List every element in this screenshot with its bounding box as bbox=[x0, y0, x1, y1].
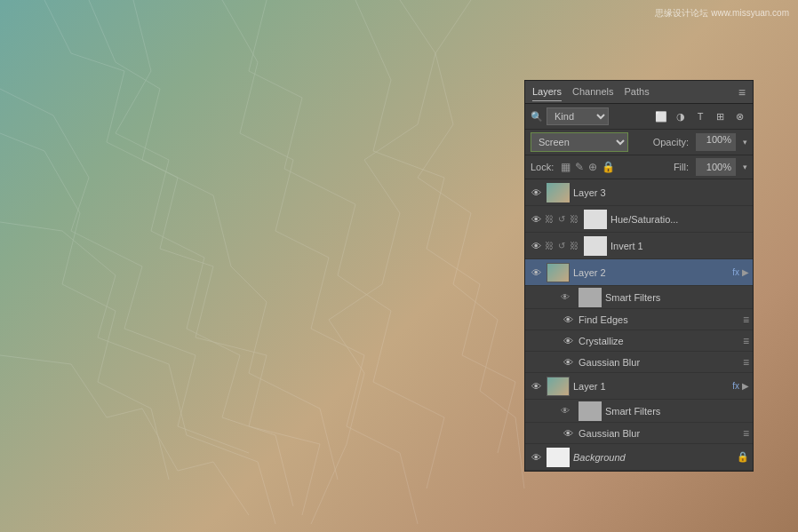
layer-thumbnail bbox=[547, 377, 570, 396]
layer-right-icons: fx ▶ bbox=[732, 381, 749, 391]
lock-icons: ▦ ✎ ⊕ 🔒 bbox=[561, 161, 615, 173]
blend-mode-select[interactable]: Screen bbox=[531, 132, 628, 152]
panel-menu-icon[interactable]: ≡ bbox=[738, 85, 746, 99]
layer-name: Smart Filters bbox=[605, 406, 749, 417]
filter-options-icon[interactable]: ≡ bbox=[743, 335, 749, 347]
lock-row: Lock: ▦ ✎ ⊕ 🔒 Fill: 100% ▾ bbox=[525, 155, 753, 179]
type-filter-icon[interactable]: T bbox=[692, 108, 708, 124]
shape-filter-icon[interactable]: ⊞ bbox=[712, 108, 728, 124]
layer-row[interactable]: 👁 Find Edges ≡ bbox=[525, 309, 753, 330]
chain-icon: ⛓ bbox=[568, 241, 580, 250]
layer-row[interactable]: 👁 👁 Smart Filters bbox=[525, 400, 753, 423]
panel-tabs: Layers Channels Paths ≡ bbox=[525, 81, 753, 104]
scroll-icon: ▶ bbox=[742, 381, 749, 391]
opacity-value[interactable]: 100% bbox=[696, 133, 736, 151]
layer-row[interactable]: 👁 Layer 1 fx ▶ bbox=[525, 373, 753, 400]
layer-thumbnail bbox=[579, 288, 602, 307]
chain-icon: ⛓ bbox=[543, 214, 555, 224]
layer-name: Gaussian Blur bbox=[575, 428, 743, 439]
tab-layers[interactable]: Layers bbox=[532, 83, 562, 101]
layers-panel: Layers Channels Paths ≡ 🔍 Kind ⬜ ◑ T ⊞ ⊗… bbox=[524, 80, 754, 472]
eye-icon[interactable]: 👁 bbox=[561, 406, 575, 416]
chain-icon: ⛓ bbox=[543, 241, 555, 250]
eye-icon[interactable]: 👁 bbox=[561, 334, 575, 348]
eye-icon[interactable]: 👁 bbox=[561, 355, 575, 369]
layer-thumbnail bbox=[584, 236, 607, 256]
layer-row[interactable]: 👁 Gaussian Blur ≡ bbox=[525, 352, 753, 373]
layer-row[interactable]: 👁 Crystallize ≡ bbox=[525, 330, 753, 352]
layer-name: Find Edges bbox=[575, 314, 743, 325]
fill-arrow[interactable]: ▾ bbox=[743, 163, 747, 171]
layer-thumbnail bbox=[584, 210, 607, 229]
kind-filter-icons: ⬜ ◑ T ⊞ ⊗ bbox=[653, 108, 747, 124]
layer-row[interactable]: 👁 Background 🔒 bbox=[525, 444, 753, 471]
layer-right-icons: 🔒 bbox=[737, 451, 749, 463]
kind-select[interactable]: Kind bbox=[547, 107, 609, 125]
lock-pixel-icon[interactable]: ▦ bbox=[561, 161, 571, 173]
layers-list: 👁 Layer 3 👁 ⛓ ↺ ⛓ Hue/Saturatio... 👁 ⛓ ↺… bbox=[525, 179, 753, 471]
layer-name: Gaussian Blur bbox=[575, 357, 743, 368]
fx-icon: fx bbox=[732, 381, 739, 391]
fill-label: Fill: bbox=[674, 162, 689, 172]
layer-name: Background bbox=[573, 452, 737, 463]
chain-icon: ↺ bbox=[555, 214, 568, 224]
filter-options-icon[interactable]: ≡ bbox=[743, 356, 749, 369]
adjustment-filter-icon[interactable]: ◑ bbox=[673, 108, 689, 124]
filter-options-icon[interactable]: ≡ bbox=[743, 427, 749, 440]
layer-name: Crystallize bbox=[575, 336, 743, 346]
layer-name: Layer 3 bbox=[573, 187, 749, 198]
layer-right-icons: fx ▶ bbox=[732, 267, 749, 277]
eye-icon[interactable]: 👁 bbox=[529, 186, 543, 200]
layer-row[interactable]: 👁 ⛓ ↺ ⛓ Hue/Saturatio... bbox=[525, 206, 753, 233]
lock-all-icon[interactable]: 🔒 bbox=[602, 161, 615, 173]
lock-draw-icon[interactable]: ✎ bbox=[575, 161, 584, 173]
opacity-label: Opacity: bbox=[653, 137, 689, 147]
eye-icon[interactable]: 👁 bbox=[529, 266, 543, 280]
layer-row[interactable]: 👁 ⛓ ↺ ⛓ Invert 1 bbox=[525, 233, 753, 259]
filter-options-icon[interactable]: ≡ bbox=[743, 314, 749, 326]
eye-icon[interactable]: 👁 bbox=[561, 292, 575, 302]
eye-icon[interactable]: 👁 bbox=[561, 313, 575, 327]
tab-paths[interactable]: Paths bbox=[625, 83, 650, 101]
eye-icon[interactable]: 👁 bbox=[529, 212, 543, 226]
eye-icon[interactable]: 👁 bbox=[529, 239, 543, 253]
eye-icon[interactable]: 👁 bbox=[529, 450, 543, 465]
fill-value[interactable]: 100% bbox=[696, 158, 736, 176]
layer-row[interactable]: 👁 Layer 2 fx ▶ bbox=[525, 259, 753, 286]
opacity-arrow[interactable]: ▾ bbox=[743, 138, 747, 147]
layer-thumbnail bbox=[547, 263, 570, 282]
chain-icon: ⛓ bbox=[568, 214, 580, 224]
pixel-filter-icon[interactable]: ⬜ bbox=[653, 108, 669, 124]
chain-icon: ↺ bbox=[555, 241, 568, 250]
layer-row[interactable]: 👁 Layer 3 bbox=[525, 179, 753, 206]
eye-icon[interactable]: 👁 bbox=[529, 379, 543, 393]
scroll-icon: ▶ bbox=[742, 267, 749, 277]
blend-row: Screen Opacity: 100% ▾ bbox=[525, 130, 753, 155]
watermark: 思缘设计论坛 www.missyuan.com bbox=[655, 7, 789, 20]
layer-name: Layer 2 bbox=[573, 267, 732, 278]
layer-name: Smart Filters bbox=[605, 292, 749, 303]
panel-tabs-left: Layers Channels Paths bbox=[532, 83, 650, 101]
layer-name: Invert 1 bbox=[610, 241, 749, 251]
layer-row[interactable]: 👁 👁 Smart Filters bbox=[525, 286, 753, 309]
tab-channels[interactable]: Channels bbox=[572, 83, 613, 101]
lock-move-icon[interactable]: ⊕ bbox=[588, 161, 597, 173]
search-icon: 🔍 bbox=[531, 111, 543, 123]
lock-label: Lock: bbox=[531, 162, 554, 172]
smart-filter-icon[interactable]: ⊗ bbox=[731, 108, 747, 124]
kind-row: 🔍 Kind ⬜ ◑ T ⊞ ⊗ bbox=[525, 104, 753, 130]
fx-icon: fx bbox=[732, 267, 739, 277]
eye-icon[interactable]: 👁 bbox=[561, 426, 575, 441]
layer-name: Hue/Saturatio... bbox=[610, 214, 749, 225]
layer-row[interactable]: 👁 Gaussian Blur ≡ bbox=[525, 423, 753, 444]
lock-icon: 🔒 bbox=[737, 451, 749, 463]
layer-thumbnail bbox=[547, 183, 570, 202]
layer-thumbnail bbox=[547, 448, 570, 467]
layer-name: Layer 1 bbox=[573, 381, 732, 392]
layer-thumbnail bbox=[579, 401, 602, 421]
